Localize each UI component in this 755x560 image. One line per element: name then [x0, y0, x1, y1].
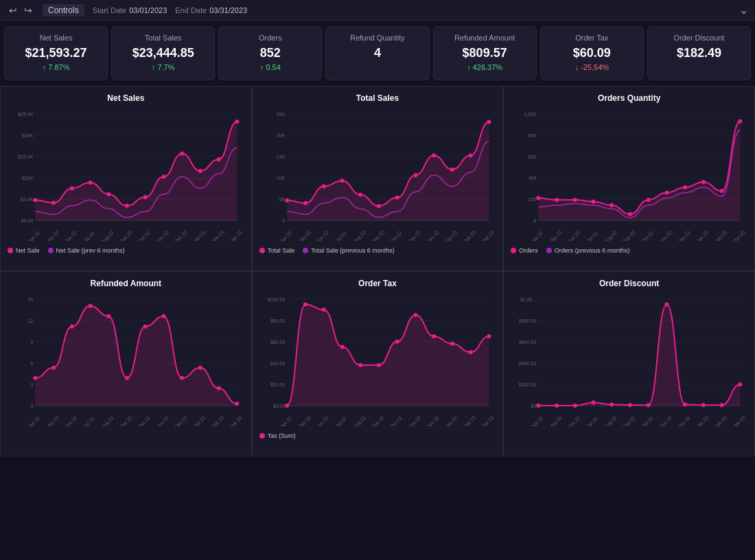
- svg-point-183: [468, 350, 472, 354]
- svg-text:May 22: May 22: [548, 230, 564, 241]
- legend-label: Total Sale (previous 6 months): [311, 247, 395, 254]
- svg-text:$0.00: $0.00: [21, 218, 34, 223]
- chart-area: 15129630Apr 22May 22Jun 22Jul 22Aug 22Se…: [6, 292, 246, 430]
- svg-text:Sep 22: Sep 22: [371, 415, 385, 426]
- svg-text:9: 9: [30, 340, 33, 345]
- svg-text:Dec 22: Dec 22: [174, 415, 188, 426]
- svg-text:Feb 23: Feb 23: [714, 415, 728, 426]
- svg-text:Jan 23: Jan 23: [192, 230, 206, 241]
- svg-text:Nov 22: Nov 22: [155, 415, 170, 426]
- svg-text:Oct 22: Oct 22: [640, 415, 654, 426]
- svg-point-73: [487, 119, 491, 124]
- svg-point-101: [573, 198, 577, 202]
- svg-text:Feb 23: Feb 23: [462, 415, 476, 426]
- legend-item: Net Sale (prev 6 months): [48, 247, 125, 254]
- svg-point-182: [450, 342, 454, 346]
- svg-text:Jan 23: Jan 23: [696, 230, 710, 241]
- svg-point-144: [180, 376, 184, 380]
- end-date-group: End Date 03/31/2023: [175, 6, 247, 14]
- svg-text:Apr 22: Apr 22: [531, 415, 544, 426]
- legend-item: Total Sale (previous 6 months): [303, 247, 395, 254]
- legend-dot: [259, 433, 265, 439]
- svg-point-32: [161, 175, 165, 179]
- chart-refunded-amount: Refunded Amount 15129630Apr 22May 22Jun …: [0, 271, 252, 456]
- svg-text:Feb 23: Feb 23: [211, 415, 224, 426]
- svg-text:Oct 22: Oct 22: [389, 415, 403, 426]
- svg-text:$25.0K: $25.0K: [18, 112, 34, 117]
- svg-text:600: 600: [528, 154, 537, 159]
- svg-point-184: [487, 334, 491, 338]
- kpi-title: Net Sales: [10, 34, 102, 42]
- start-date-value: 03/01/2023: [129, 6, 167, 14]
- svg-text:Jul 22: Jul 22: [83, 231, 95, 241]
- kpi-value: $60.09: [546, 46, 638, 60]
- svg-point-212: [573, 404, 577, 408]
- kpi-change: ↓ -25.54%: [546, 63, 638, 71]
- top-bar-left: ↩ ↪ Controls Start Date 03/01/2023 End D…: [7, 4, 247, 16]
- svg-point-99: [537, 196, 541, 200]
- redo-icon[interactable]: ↪: [22, 4, 34, 16]
- svg-text:10K: 10K: [277, 176, 286, 180]
- chart-title: Net Sales: [6, 93, 246, 103]
- chart-title: Total Sales: [258, 93, 498, 103]
- svg-point-136: [33, 376, 37, 380]
- svg-point-69: [413, 173, 417, 177]
- svg-point-137: [51, 366, 56, 370]
- svg-text:Oct 22: Oct 22: [640, 230, 654, 241]
- svg-text:Nov 22: Nov 22: [407, 230, 421, 241]
- svg-point-104: [628, 212, 632, 216]
- svg-point-175: [321, 307, 325, 312]
- svg-point-102: [592, 200, 596, 204]
- chart-total-sales: Total Sales 25K20K15K10K5K0Apr 22May 22J…: [252, 86, 504, 271]
- svg-text:May 22: May 22: [548, 415, 564, 426]
- legend-item: Net Sale: [8, 247, 40, 254]
- legend-dot: [259, 248, 265, 253]
- chart-title: Order Tax: [258, 279, 498, 288]
- svg-text:Jun 22: Jun 22: [567, 230, 581, 241]
- svg-text:$60.00: $60.00: [270, 340, 286, 345]
- svg-text:Jul 22: Jul 22: [83, 416, 95, 426]
- svg-text:$800.00: $800.00: [519, 318, 536, 323]
- kpi-change: ↑ 426.37%: [439, 63, 531, 71]
- expand-icon[interactable]: ⌄: [739, 3, 748, 16]
- kpi-section: Net Sales $21,593.27 ↑ 7.87% Total Sales…: [0, 21, 755, 86]
- svg-text:Jul 22: Jul 22: [586, 416, 599, 426]
- chart-title: Orders Quantity: [509, 93, 749, 103]
- svg-text:3: 3: [30, 382, 33, 387]
- svg-text:Nov 22: Nov 22: [659, 230, 673, 241]
- svg-text:Mar 23: Mar 23: [229, 230, 242, 241]
- legend-label: Orders: [519, 247, 538, 254]
- kpi-value: $809.57: [439, 46, 531, 60]
- start-date-label: Start Date: [93, 6, 127, 14]
- svg-point-65: [340, 178, 344, 183]
- svg-point-67: [377, 204, 381, 208]
- svg-point-72: [468, 154, 472, 158]
- svg-text:0: 0: [534, 218, 537, 223]
- svg-text:Aug 22: Aug 22: [352, 415, 367, 426]
- svg-text:Jan 23: Jan 23: [444, 415, 458, 426]
- svg-text:200: 200: [528, 197, 537, 202]
- kpi-card-4: Refunded Amount $809.57 ↑ 426.37%: [433, 26, 537, 80]
- kpi-title: Refunded Amount: [439, 34, 531, 42]
- undo-icon[interactable]: ↩: [7, 4, 19, 16]
- kpi-title: Orders: [224, 34, 316, 42]
- svg-point-64: [321, 185, 325, 189]
- svg-point-139: [89, 304, 93, 308]
- chart-legend: Net Sale Net Sale (prev 6 months): [6, 244, 246, 254]
- top-bar: ↩ ↪ Controls Start Date 03/01/2023 End D…: [0, 0, 755, 21]
- controls-button[interactable]: Controls: [43, 4, 84, 16]
- svg-point-34: [198, 169, 202, 173]
- svg-text:Aug 22: Aug 22: [100, 230, 115, 241]
- chart-title: Refunded Amount: [6, 279, 246, 288]
- svg-text:Nov 22: Nov 22: [659, 415, 673, 426]
- svg-text:$15.0K: $15.0K: [18, 154, 34, 159]
- svg-text:$0: $0: [531, 404, 537, 408]
- svg-text:Dec 22: Dec 22: [426, 230, 440, 241]
- legend-item: Total Sale: [259, 247, 295, 254]
- kpi-value: 4: [332, 46, 423, 60]
- chart-area: $1,00...$800.00$600.00$400.00$200.00$0Ap…: [509, 292, 749, 430]
- svg-point-214: [610, 402, 614, 406]
- svg-text:$400.00: $400.00: [519, 361, 536, 366]
- svg-text:Jun 22: Jun 22: [64, 415, 78, 426]
- svg-text:Dec 22: Dec 22: [677, 415, 691, 426]
